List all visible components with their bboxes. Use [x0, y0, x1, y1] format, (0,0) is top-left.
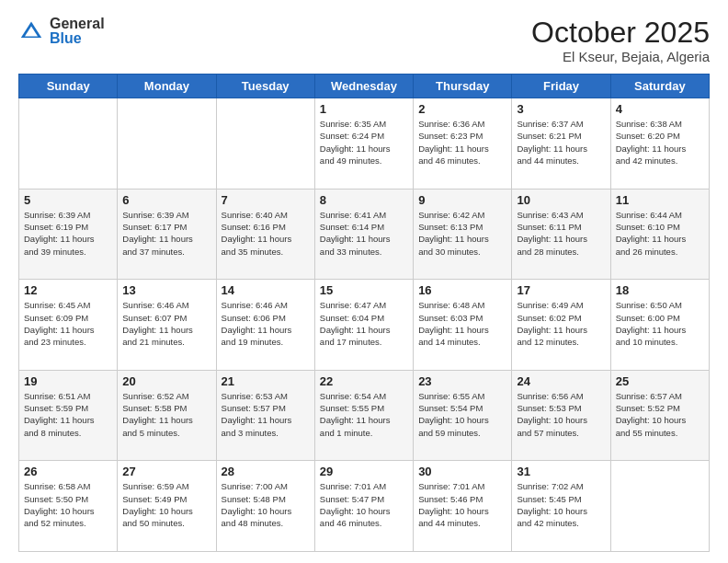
calendar-day-cell: 11Sunrise: 6:44 AM Sunset: 6:10 PM Dayli… [610, 189, 709, 280]
calendar-day-header: Wednesday [314, 75, 413, 98]
calendar-day-cell: 12Sunrise: 6:45 AM Sunset: 6:09 PM Dayli… [19, 280, 118, 371]
calendar-week-row: 26Sunrise: 6:58 AM Sunset: 5:50 PM Dayli… [19, 461, 710, 552]
day-info: Sunrise: 6:39 AM Sunset: 6:17 PM Dayligh… [122, 209, 210, 258]
calendar-day-cell: 26Sunrise: 6:58 AM Sunset: 5:50 PM Dayli… [19, 461, 118, 552]
day-number: 28 [222, 465, 310, 478]
day-number: 19 [24, 374, 112, 388]
calendar-day-cell: 16Sunrise: 6:48 AM Sunset: 6:03 PM Dayli… [414, 280, 512, 371]
day-number: 29 [320, 465, 408, 478]
calendar-day-cell: 9Sunrise: 6:42 AM Sunset: 6:13 PM Daylig… [414, 189, 512, 280]
calendar-day-cell: 2Sunrise: 6:36 AM Sunset: 6:23 PM Daylig… [414, 98, 512, 190]
calendar-day-cell: 17Sunrise: 6:49 AM Sunset: 6:02 PM Dayli… [512, 280, 610, 371]
day-info: Sunrise: 6:52 AM Sunset: 5:58 PM Dayligh… [122, 390, 210, 439]
day-info: Sunrise: 6:49 AM Sunset: 6:02 PM Dayligh… [517, 299, 605, 348]
logo: General Blue [18, 17, 105, 46]
day-info: Sunrise: 6:55 AM Sunset: 5:54 PM Dayligh… [418, 390, 506, 439]
title-block: October 2025 El Kseur, Bejaia, Algeria [531, 17, 710, 64]
day-info: Sunrise: 6:44 AM Sunset: 6:10 PM Dayligh… [616, 209, 704, 258]
day-info: Sunrise: 6:53 AM Sunset: 5:57 PM Dayligh… [222, 390, 310, 439]
day-info: Sunrise: 6:51 AM Sunset: 5:59 PM Dayligh… [24, 390, 112, 439]
day-number: 12 [24, 283, 112, 297]
logo-general-text: General [50, 17, 105, 31]
calendar-day-cell: 5Sunrise: 6:39 AM Sunset: 6:19 PM Daylig… [19, 189, 118, 280]
calendar-day-cell [610, 461, 709, 552]
day-info: Sunrise: 6:54 AM Sunset: 5:55 PM Dayligh… [320, 390, 408, 439]
day-info: Sunrise: 7:01 AM Sunset: 5:47 PM Dayligh… [320, 480, 408, 529]
calendar-day-cell [118, 98, 216, 190]
day-info: Sunrise: 6:46 AM Sunset: 6:06 PM Dayligh… [222, 299, 310, 348]
day-number: 11 [616, 193, 704, 207]
day-number: 17 [517, 283, 605, 297]
day-number: 16 [418, 283, 506, 297]
day-number: 24 [517, 374, 605, 388]
day-info: Sunrise: 6:38 AM Sunset: 6:20 PM Dayligh… [616, 118, 704, 167]
day-number: 20 [122, 374, 210, 388]
day-number: 2 [418, 102, 506, 116]
calendar-day-cell: 28Sunrise: 7:00 AM Sunset: 5:48 PM Dayli… [216, 461, 314, 552]
calendar-day-cell: 29Sunrise: 7:01 AM Sunset: 5:47 PM Dayli… [314, 461, 413, 552]
day-number: 7 [222, 193, 310, 207]
calendar-day-cell: 27Sunrise: 6:59 AM Sunset: 5:49 PM Dayli… [118, 461, 216, 552]
calendar-day-cell: 31Sunrise: 7:02 AM Sunset: 5:45 PM Dayli… [512, 461, 610, 552]
day-number: 13 [122, 283, 210, 297]
calendar-day-cell: 13Sunrise: 6:46 AM Sunset: 6:07 PM Dayli… [118, 280, 216, 371]
calendar-day-cell: 3Sunrise: 6:37 AM Sunset: 6:21 PM Daylig… [512, 98, 610, 190]
day-info: Sunrise: 6:35 AM Sunset: 6:24 PM Dayligh… [320, 118, 408, 167]
calendar-day-cell: 20Sunrise: 6:52 AM Sunset: 5:58 PM Dayli… [118, 370, 216, 461]
day-number: 18 [616, 283, 704, 297]
day-info: Sunrise: 7:00 AM Sunset: 5:48 PM Dayligh… [222, 480, 310, 529]
day-number: 4 [616, 102, 704, 116]
calendar-day-cell: 24Sunrise: 6:56 AM Sunset: 5:53 PM Dayli… [512, 370, 610, 461]
day-number: 25 [616, 374, 704, 388]
day-info: Sunrise: 6:43 AM Sunset: 6:11 PM Dayligh… [517, 209, 605, 258]
day-info: Sunrise: 6:58 AM Sunset: 5:50 PM Dayligh… [24, 480, 112, 529]
calendar-day-cell: 1Sunrise: 6:35 AM Sunset: 6:24 PM Daylig… [314, 98, 413, 190]
day-info: Sunrise: 6:47 AM Sunset: 6:04 PM Dayligh… [320, 299, 408, 348]
header: General Blue October 2025 El Kseur, Beja… [18, 17, 710, 64]
day-info: Sunrise: 6:57 AM Sunset: 5:52 PM Dayligh… [616, 390, 704, 439]
calendar-day-cell: 4Sunrise: 6:38 AM Sunset: 6:20 PM Daylig… [610, 98, 709, 190]
day-number: 31 [517, 465, 605, 478]
day-number: 9 [418, 193, 506, 207]
location: El Kseur, Bejaia, Algeria [531, 49, 710, 64]
month-title: October 2025 [531, 17, 710, 49]
calendar-week-row: 19Sunrise: 6:51 AM Sunset: 5:59 PM Dayli… [19, 370, 710, 461]
day-number: 8 [320, 193, 408, 207]
calendar-day-cell [19, 98, 118, 190]
calendar-week-row: 12Sunrise: 6:45 AM Sunset: 6:09 PM Dayli… [19, 280, 710, 371]
calendar-day-cell: 30Sunrise: 7:01 AM Sunset: 5:46 PM Dayli… [414, 461, 512, 552]
day-info: Sunrise: 7:02 AM Sunset: 5:45 PM Dayligh… [517, 480, 605, 529]
calendar-day-cell: 21Sunrise: 6:53 AM Sunset: 5:57 PM Dayli… [216, 370, 314, 461]
day-info: Sunrise: 6:56 AM Sunset: 5:53 PM Dayligh… [517, 390, 605, 439]
day-info: Sunrise: 6:37 AM Sunset: 6:21 PM Dayligh… [517, 118, 605, 167]
day-number: 26 [24, 465, 112, 478]
day-info: Sunrise: 6:42 AM Sunset: 6:13 PM Dayligh… [418, 209, 506, 258]
day-info: Sunrise: 6:41 AM Sunset: 6:14 PM Dayligh… [320, 209, 408, 258]
day-info: Sunrise: 6:59 AM Sunset: 5:49 PM Dayligh… [122, 480, 210, 529]
page: General Blue October 2025 El Kseur, Beja… [0, 0, 728, 563]
day-info: Sunrise: 6:45 AM Sunset: 6:09 PM Dayligh… [24, 299, 112, 348]
day-number: 1 [320, 102, 408, 116]
calendar-table: SundayMondayTuesdayWednesdayThursdayFrid… [18, 74, 710, 552]
day-info: Sunrise: 7:01 AM Sunset: 5:46 PM Dayligh… [418, 480, 506, 529]
calendar-day-header: Monday [118, 75, 216, 98]
calendar-day-cell: 6Sunrise: 6:39 AM Sunset: 6:17 PM Daylig… [118, 189, 216, 280]
calendar-day-cell: 25Sunrise: 6:57 AM Sunset: 5:52 PM Dayli… [610, 370, 709, 461]
calendar-day-header: Sunday [19, 75, 118, 98]
day-number: 15 [320, 283, 408, 297]
calendar-day-cell: 23Sunrise: 6:55 AM Sunset: 5:54 PM Dayli… [414, 370, 512, 461]
logo-icon [18, 18, 44, 44]
calendar-day-cell: 14Sunrise: 6:46 AM Sunset: 6:06 PM Dayli… [216, 280, 314, 371]
day-number: 21 [222, 374, 310, 388]
calendar-day-header: Tuesday [216, 75, 314, 98]
calendar-day-header: Friday [512, 75, 610, 98]
calendar-week-row: 1Sunrise: 6:35 AM Sunset: 6:24 PM Daylig… [19, 98, 710, 190]
calendar-header-row: SundayMondayTuesdayWednesdayThursdayFrid… [19, 75, 710, 98]
day-info: Sunrise: 6:36 AM Sunset: 6:23 PM Dayligh… [418, 118, 506, 167]
calendar-week-row: 5Sunrise: 6:39 AM Sunset: 6:19 PM Daylig… [19, 189, 710, 280]
day-number: 6 [122, 193, 210, 207]
calendar-day-cell: 15Sunrise: 6:47 AM Sunset: 6:04 PM Dayli… [314, 280, 413, 371]
day-number: 3 [517, 102, 605, 116]
calendar-day-cell: 10Sunrise: 6:43 AM Sunset: 6:11 PM Dayli… [512, 189, 610, 280]
day-info: Sunrise: 6:48 AM Sunset: 6:03 PM Dayligh… [418, 299, 506, 348]
